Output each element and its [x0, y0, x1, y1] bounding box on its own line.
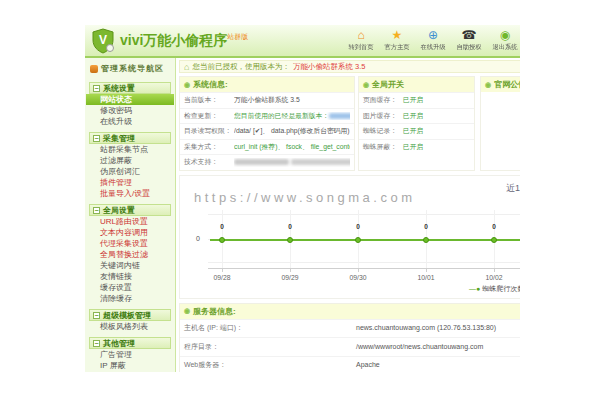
row-label: 技术支持： [184, 158, 234, 167]
main-content: ⌂ 您当前已授权，使用版本为：万能小偷站群系统 3.5 ◉系统信息: 当前版本：… [176, 58, 520, 372]
section-label: 采集管理 [103, 133, 135, 144]
section-other-management[interactable]: −其他管理 [89, 337, 171, 349]
server-info-panel: ◉服务器信息: 主机名 (IP: 端口)：news.chuantouwang.c… [179, 303, 520, 373]
bullet-icon: ◉ [184, 307, 190, 315]
system-info-panel: ◉系统信息: 当前版本：万能小偷站群系统 3.5 检查更新：您目前使用的已经是最… [179, 76, 355, 171]
bullet-icon: ◉ [363, 81, 369, 89]
toggle-spider-block[interactable]: 已开启 [403, 143, 423, 152]
nav-online-upgrade[interactable]: ⊕ 在线升级 [415, 28, 451, 52]
sidebar-item-plugin-management[interactable]: 插件管理 [85, 177, 175, 188]
nav-self-license[interactable]: ☎ 自助授权 [451, 28, 487, 52]
shield-logo-icon: V [90, 27, 116, 54]
globe-icon: ⊕ [415, 28, 451, 42]
global-switches-panel: ◉全局开关 页面缓存：已开启 图片缓存：已开启 蜘蛛记录：已开启 蜘蛛屏蔽：已开… [358, 76, 475, 171]
nav-home[interactable]: ⌂ 转到首页 [343, 28, 379, 52]
sidebar-item-url-route[interactable]: URL路由设置 [85, 216, 175, 227]
table-row: 图片缓存：已开启 [359, 108, 474, 124]
sidebar: 管理系统导航区 −系统设置 网站状态 修改密码 在线升级 −采集管理 站群采集节… [85, 58, 176, 372]
section-label: 其他管理 [103, 338, 135, 349]
sidebar-item-ad-management[interactable]: 广告管理 [85, 349, 175, 360]
point-value: 0 [288, 223, 292, 230]
table-row: 检查更新：您目前使用的已经是最新版本： [180, 108, 354, 124]
collapse-icon[interactable]: − [93, 207, 100, 214]
table-row: 蜘蛛屏蔽：已开启 [359, 139, 474, 155]
point-value: 0 [220, 223, 224, 230]
chart-title: 近15天蜘蛛爬行统计 [506, 182, 520, 195]
row-label: 图片缓存： [363, 112, 403, 121]
row-value: news.chuantouwang.com (120.76.53.135:80) [356, 324, 496, 333]
axis-tick [426, 268, 427, 272]
sidebar-item-clear-cache[interactable]: 清除缓存 [85, 293, 175, 304]
sidebar-item-change-password[interactable]: 修改密码 [85, 105, 175, 116]
toggle-spider-log[interactable]: 已开启 [403, 127, 423, 136]
sidebar-item-pseudo-original[interactable]: 伪原创词汇 [85, 166, 175, 177]
table-row: 页面缓存：已开启 [359, 92, 474, 108]
x-tick-label: 10/01 [417, 274, 434, 281]
home-small-icon: ⌂ [184, 62, 189, 72]
system-info-title: 系统信息: [193, 79, 228, 90]
sidebar-item-friend-links[interactable]: 友情链接 [85, 271, 175, 282]
sidebar-item-site-status[interactable]: 网站状态 [86, 94, 174, 105]
sidebar-item-keyword-links[interactable]: 关键词内链 [85, 260, 175, 271]
row-value [234, 158, 350, 167]
collapse-icon[interactable]: − [93, 85, 100, 92]
sidebar-item-text-content[interactable]: 文本内容调用 [85, 227, 175, 238]
chart-data-line [210, 239, 520, 241]
axis-tick [290, 268, 291, 272]
sidebar-item-ip-block[interactable]: IP 屏蔽 [85, 360, 175, 371]
gridline [208, 214, 520, 215]
chart-x-axis [208, 268, 520, 269]
collapse-icon[interactable]: − [93, 340, 100, 347]
auth-version-text: 万能小偷站群系统 3.5 [293, 62, 366, 72]
collapse-icon[interactable]: − [93, 312, 100, 319]
section-label: 系统设置 [103, 83, 135, 94]
admin-nav-icon [90, 65, 98, 73]
table-row: 蜘蛛记录：已开启 [359, 123, 474, 139]
section-label: 超级模板管理 [103, 310, 151, 321]
point-dot [287, 237, 293, 243]
announcement-header: ◉官网公告 [481, 77, 520, 92]
sidebar-item-filter-block[interactable]: 过滤屏蔽 [85, 155, 175, 166]
redacted-text [234, 159, 289, 165]
table-row: 目录读写权限：/data/ [✔]、 data.php(修改后台密码用) [✔]… [180, 123, 354, 139]
y-axis-zero-label: 0 [196, 235, 200, 242]
sidebar-item-collect-nodes[interactable]: 站群采集节点 [85, 144, 175, 155]
nav-home-label: 转到首页 [345, 43, 377, 52]
toggle-page-cache[interactable]: 已开启 [403, 96, 423, 105]
sidebar-item-template-styles[interactable]: 模板风格列表 [85, 321, 175, 332]
sidebar-item-global-replace[interactable]: 全局替换过滤 [85, 249, 175, 260]
table-row: 技术支持： [180, 154, 354, 170]
sidebar-title: 管理系统导航区 [85, 60, 175, 77]
app-title: vivi万能小偷程序站群版 [120, 32, 248, 50]
nav-official-label: 官方主页 [381, 43, 413, 52]
sidebar-item-cache-settings[interactable]: 缓存设置 [85, 282, 175, 293]
section-template-management[interactable]: −超级模板管理 [89, 309, 171, 321]
row-label: 目录读写权限： [184, 127, 234, 136]
nav-logout[interactable]: ◉ 退出系统 [487, 28, 520, 52]
row-value: /data/ [✔]、 data.php(修改后台密码用) [✔]、 根目录(在… [234, 127, 350, 136]
section-system-settings[interactable]: −系统设置 [89, 82, 171, 94]
toggle-image-cache[interactable]: 已开启 [403, 112, 423, 121]
row-label: 蜘蛛记录： [363, 127, 403, 136]
section-collect-management[interactable]: −采集管理 [89, 132, 171, 144]
collapse-icon[interactable]: − [93, 135, 100, 142]
header-nav: ⌂ 转到首页 ★ 官方主页 ⊕ 在线升级 ☎ 自助授权 ◉ 退出系统 [343, 28, 520, 52]
sidebar-item-proxy-collect[interactable]: 代理采集设置 [85, 238, 175, 249]
section-global-settings[interactable]: −全局设置 [89, 204, 171, 216]
axis-tick [494, 268, 495, 272]
sidebar-item-spider-block[interactable]: 蜘蛛屏蔽 [85, 371, 175, 372]
sidebar-item-batch-import[interactable]: 批量导入/设置 [85, 188, 175, 199]
table-row: 采集方式：curl_init (推荐)、 fsock、 file_get_con… [180, 139, 354, 155]
legend-label: 蜘蛛爬行次数 [482, 284, 520, 294]
section-label: 全局设置 [103, 205, 135, 216]
server-info-header: ◉服务器信息: [180, 304, 520, 319]
star-icon: ★ [379, 28, 415, 42]
nav-license-label: 自助授权 [453, 43, 485, 52]
nav-official-site[interactable]: ★ 官方主页 [379, 28, 415, 52]
row-value: curl_init (推荐)、 fsock、 file_get_contents [234, 143, 350, 152]
server-info-title: 服务器信息: [193, 306, 236, 317]
sidebar-item-online-upgrade[interactable]: 在线升级 [85, 116, 175, 127]
version-badge: 站群版 [227, 33, 248, 40]
nav-upgrade-label: 在线升级 [417, 43, 449, 52]
point-dot [491, 237, 497, 243]
